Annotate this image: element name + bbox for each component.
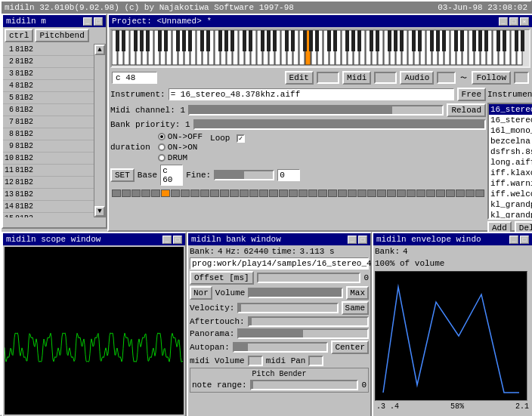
track-row[interactable]: 981B2 — [3, 140, 94, 153]
base-input[interactable]: c 60 — [160, 165, 183, 186]
track-row[interactable]: 1181B2 — [3, 165, 94, 177]
pitchbend-button[interactable]: Pitchbend — [35, 29, 88, 42]
track-row[interactable]: 1381B2 — [3, 189, 94, 201]
scope-minimize[interactable]: _ — [162, 236, 172, 244]
reload-button[interactable]: Reload — [447, 103, 486, 117]
max-button[interactable]: Max — [346, 286, 369, 300]
note-segment[interactable] — [446, 190, 455, 197]
nor-button[interactable]: Nor — [190, 286, 212, 300]
envelope-maximize[interactable]: □ — [520, 236, 529, 244]
note-segment[interactable] — [367, 190, 376, 197]
audio-button[interactable]: Audio — [400, 71, 434, 85]
note-segment[interactable] — [141, 190, 150, 197]
radio-on-on-circle[interactable] — [158, 143, 165, 151]
project-minimize[interactable]: _ — [499, 17, 508, 26]
radio-drum-circle[interactable] — [158, 154, 165, 162]
instrument-input[interactable]: = 16_stereo_48.378khz.aiff — [169, 88, 454, 100]
track-row[interactable]: 881B2 — [3, 128, 94, 140]
note-segment[interactable] — [259, 190, 268, 197]
fine-input[interactable]: 0 — [277, 169, 300, 181]
offset-button[interactable]: Offset [ms] — [190, 271, 254, 285]
free-button[interactable]: Free — [457, 88, 486, 101]
center-button[interactable]: Center — [331, 341, 369, 354]
note-segment[interactable] — [131, 190, 141, 197]
follow-button[interactable]: Follow — [472, 71, 511, 85]
note-segment[interactable] — [220, 190, 229, 197]
instrument-list-item[interactable]: 16l_mono_41.627khz.aiff — [489, 125, 532, 136]
instrument-list-item[interactable]: iff.warning.8svx.aiff — [489, 178, 532, 189]
note-segment[interactable] — [151, 190, 160, 197]
bank-priority-slider[interactable] — [193, 119, 486, 130]
note-segment[interactable] — [456, 190, 465, 197]
radio-on-off[interactable]: ON->OFF — [158, 132, 203, 141]
position-display[interactable]: c 48 — [112, 72, 157, 84]
project-close[interactable]: × — [520, 17, 529, 26]
note-segment[interactable] — [230, 190, 239, 197]
note-segment[interactable] — [338, 190, 347, 197]
midi-button[interactable]: Midi — [342, 71, 371, 85]
instrument-list-item[interactable]: 16_stereo_48.378khz.aiff — [489, 104, 532, 115]
track-row[interactable]: 681B2 — [3, 104, 94, 116]
instruments-listbox[interactable]: 16_stereo_48.378khz.aiff16_stereo_41.627… — [487, 103, 532, 220]
note-segment[interactable] — [161, 190, 170, 197]
same-button[interactable]: Same — [342, 301, 369, 315]
instrument-list-item[interactable]: iff.klaxon.8svx.aiff — [489, 168, 532, 178]
velocity-slider[interactable] — [237, 303, 338, 313]
note-segment[interactable] — [190, 190, 200, 197]
set-button[interactable]: SET — [110, 168, 135, 182]
track-row[interactable]: 381B2 — [3, 68, 94, 80]
note-segment[interactable] — [426, 190, 435, 197]
note-segment[interactable] — [416, 190, 425, 197]
note-range-slider[interactable] — [250, 380, 359, 390]
track-row[interactable]: 1281B2 — [3, 177, 94, 189]
radio-drum[interactable]: DRUM — [158, 153, 203, 162]
midiln-m-minimize[interactable]: _ — [83, 17, 92, 26]
note-segment[interactable] — [122, 190, 131, 197]
note-segment[interactable] — [279, 190, 288, 197]
note-segment[interactable] — [348, 190, 357, 197]
note-segment[interactable] — [249, 190, 258, 197]
note-segment[interactable] — [112, 190, 121, 197]
instrument-list-item[interactable]: iff.welcome.8svx.aiff — [489, 189, 532, 199]
note-segment[interactable] — [475, 190, 484, 197]
ctrl-button[interactable]: ctrl — [5, 29, 33, 42]
track-row[interactable]: 181B2 — [3, 44, 94, 56]
note-segment[interactable] — [200, 190, 209, 197]
scroll-down-btn[interactable]: ▼ — [94, 206, 105, 217]
note-segment[interactable] — [298, 190, 308, 197]
instrument-list-item[interactable]: kl_grandpiano_1.aiff — [489, 199, 532, 210]
track-row[interactable]: 1581B2 — [3, 213, 94, 217]
note-segment[interactable] — [269, 190, 278, 197]
track-row[interactable]: 1481B2 — [3, 201, 94, 213]
note-segment[interactable] — [407, 190, 416, 197]
piano-keyboard[interactable] — [110, 29, 530, 68]
note-segment[interactable] — [308, 190, 317, 197]
note-segment[interactable] — [387, 190, 396, 197]
offset-slider[interactable] — [257, 273, 361, 283]
fine-slider[interactable] — [214, 170, 274, 180]
note-segment[interactable] — [318, 190, 327, 197]
panorama-slider[interactable] — [237, 328, 369, 339]
track-scrollbar[interactable]: ▲ ▼ — [94, 44, 106, 217]
instrument-list-item[interactable]: 16_stereo_41.627khz.aiff — [489, 115, 532, 125]
midiln-m-maximize[interactable]: □ — [94, 17, 103, 26]
instrument-list-item[interactable]: bezcelna.8svx — [489, 136, 532, 146]
track-row[interactable]: 281B2 — [3, 56, 94, 68]
project-maximize[interactable]: □ — [509, 17, 518, 26]
aftertouch-slider[interactable] — [248, 316, 369, 327]
instrument-list-item[interactable]: long.aiff — [489, 157, 532, 168]
scope-maximize[interactable]: □ — [173, 236, 182, 244]
note-segment[interactable] — [377, 190, 386, 197]
track-row[interactable]: 581B2 — [3, 92, 94, 104]
note-segment[interactable] — [289, 190, 298, 197]
note-segment[interactable] — [357, 190, 367, 197]
track-row[interactable]: 1081B2 — [3, 153, 94, 165]
bank-minimize[interactable]: _ — [348, 236, 357, 244]
note-segment[interactable] — [181, 190, 190, 197]
volume-slider[interactable] — [248, 288, 343, 298]
note-segment[interactable] — [466, 190, 475, 197]
note-segment[interactable] — [328, 190, 337, 197]
midi-channel-slider[interactable] — [188, 105, 444, 116]
note-segment[interactable] — [210, 190, 219, 197]
note-segment[interactable] — [171, 190, 180, 197]
